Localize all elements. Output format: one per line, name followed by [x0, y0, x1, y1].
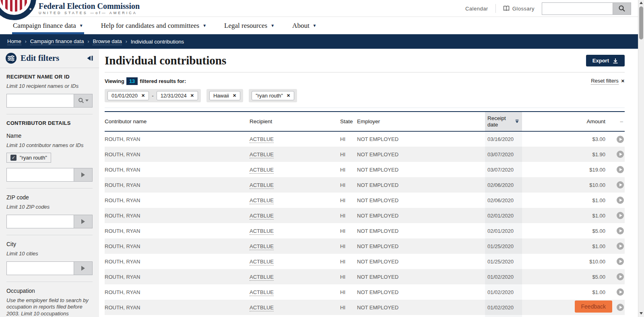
row-expand-button[interactable]	[617, 136, 624, 143]
nav-help-candidates-committees[interactable]: Help for candidates and committees▼	[101, 17, 206, 34]
row-expand-button[interactable]	[617, 212, 624, 219]
date-range-tag-group: 01/01/2020 ✕ - 12/31/2024 ✕	[105, 89, 201, 102]
col-header-employer[interactable]: Employer	[357, 112, 485, 131]
row-expand-icon	[619, 183, 622, 186]
reset-filters-link[interactable]: Reset filters ✕	[591, 78, 625, 85]
contributor-name-filter-value: "ryan routh"	[20, 155, 47, 161]
breadcrumb-separator: ›	[25, 39, 27, 44]
recipient-link[interactable]: ACTBLUE	[250, 182, 274, 189]
breadcrumb-campaign-finance-data[interactable]: Campaign finance data	[30, 38, 84, 45]
amount-cell: $1.00	[522, 238, 609, 254]
row-expand-icon	[619, 229, 622, 232]
page-scrollbar[interactable]	[638, 0, 644, 317]
row-expand-button[interactable]	[617, 288, 624, 296]
row-expand-button[interactable]	[617, 273, 624, 280]
breadcrumb-current: Individual contributions	[131, 39, 184, 45]
row-expand-button[interactable]	[617, 151, 624, 158]
contributor-name-cell: ROUTH, RYAN	[105, 162, 250, 177]
row-expand-button[interactable]	[617, 181, 624, 189]
remove-state-button[interactable]: ✕	[233, 93, 236, 98]
nav-legal-resources[interactable]: Legal resources▼	[224, 17, 275, 34]
remove-keyword-button[interactable]: ✕	[287, 93, 290, 98]
recipient-link[interactable]: ACTBLUE	[250, 243, 274, 250]
site-search-input[interactable]	[542, 2, 613, 15]
row-expand-button[interactable]	[617, 227, 624, 234]
date-from-value: 01/01/2020	[111, 93, 138, 99]
recipient-link[interactable]: ACTBLUE	[250, 228, 274, 235]
main-content: Individual contributions Export Viewing …	[99, 49, 644, 317]
seal-star: ★	[29, 7, 32, 11]
employer-cell: NOT EMPLOYED	[357, 238, 485, 254]
export-button[interactable]: Export	[586, 55, 625, 66]
table-row: ROUTH, RYAN ACTBLUE HI NOT EMPLOYED 02/0…	[105, 208, 625, 223]
col-header-state[interactable]: State	[340, 112, 357, 131]
glossary-link[interactable]: Glossary	[503, 6, 535, 12]
contributor-name-cell: ROUTH, RYAN	[105, 193, 250, 208]
nav-about[interactable]: About▼	[292, 17, 316, 34]
scrollbar-down-icon[interactable]	[640, 312, 643, 315]
zip-input[interactable]	[6, 215, 74, 228]
contributor-name-submit-button[interactable]	[74, 168, 93, 182]
row-expand-button[interactable]	[617, 258, 624, 265]
results-summary: Viewing 13 filtered results for:	[105, 77, 186, 85]
recipient-link[interactable]: ACTBLUE	[250, 259, 274, 265]
recipient-link[interactable]: ACTBLUE	[250, 151, 274, 158]
breadcrumb-home[interactable]: Home	[7, 38, 21, 45]
col-header-contributor[interactable]: Contributor name	[105, 112, 250, 131]
scrollbar-up-icon[interactable]	[640, 2, 643, 4]
export-download-icon	[613, 58, 618, 64]
city-help: Limit 10 cities	[6, 251, 93, 257]
collapse-filters-button[interactable]	[87, 55, 93, 61]
breadcrumb: Home › Campaign finance data › Browse da…	[0, 34, 644, 49]
row-expand-button[interactable]	[617, 242, 624, 250]
feedback-button[interactable]: Feedback	[575, 300, 612, 313]
recipient-link[interactable]: ACTBLUE	[250, 136, 274, 143]
recipient-link[interactable]: ACTBLUE	[250, 274, 274, 281]
caret-down-icon: ▼	[313, 23, 317, 28]
contributor-name-filter-checkbox[interactable]: ✓ "ryan routh"	[6, 153, 51, 163]
contributor-name-input[interactable]	[6, 168, 74, 182]
nav-campaign-finance-data[interactable]: Campaign finance data▼	[13, 17, 83, 34]
remove-date-from-button[interactable]: ✕	[141, 93, 145, 98]
city-input[interactable]	[6, 261, 74, 275]
filters-sidebar: Edit filters RECIPIENT NAME OR ID Limit …	[0, 49, 99, 317]
zip-submit-button[interactable]	[74, 215, 93, 228]
row-expand-button[interactable]	[617, 304, 624, 311]
add-arrow-icon	[81, 266, 85, 271]
receipt-date-cell: 02/01/2020	[485, 208, 522, 223]
employer-cell: NOT EMPLOYED	[357, 177, 485, 193]
recipient-search-button[interactable]	[74, 94, 93, 108]
recipient-link[interactable]: ACTBLUE	[250, 167, 274, 174]
row-expand-button[interactable]	[617, 166, 624, 173]
amount-cell	[522, 315, 609, 317]
recipient-name-input[interactable]	[6, 94, 74, 108]
recipient-link[interactable]: ACTBLUE	[250, 197, 274, 204]
search-icon	[618, 5, 625, 12]
recipient-link[interactable]: ACTBLUE	[250, 305, 274, 311]
title-divider	[105, 72, 625, 73]
table-row: ROUTH, RYAN ACTBLUE HI NOT EMPLOYED 01/0…	[105, 315, 625, 317]
col-header-receipt-date[interactable]: Receipt date	[485, 112, 522, 131]
city-submit-button[interactable]	[74, 261, 93, 275]
contributions-table-body: ROUTH, RYAN ACTBLUE HI NOT EMPLOYED 03/1…	[105, 131, 625, 317]
scrollbar-thumb[interactable]	[639, 6, 643, 39]
receipt-date-cell: 01/02/2020	[485, 284, 522, 300]
calendar-link[interactable]: Calendar	[465, 6, 488, 12]
filters-panel-title: Edit filters	[21, 53, 83, 63]
col-header-amount[interactable]: Amount	[522, 112, 609, 131]
remove-date-to-button[interactable]: ✕	[190, 93, 194, 98]
agency-title: Federal Election Commission	[39, 2, 140, 10]
employer-cell: NOT EMPLOYED	[357, 162, 485, 177]
breadcrumb-browse-data[interactable]: Browse data	[93, 38, 122, 45]
contributor-name-cell: ROUTH, RYAN	[105, 315, 250, 317]
recipient-link[interactable]: ACTBLUE	[250, 289, 274, 296]
receipt-date-cell: 02/01/2020	[485, 223, 522, 238]
city-label: City	[6, 241, 93, 247]
recipient-link[interactable]: ACTBLUE	[250, 213, 274, 220]
row-expand-icon	[619, 153, 622, 156]
row-expand-button[interactable]	[617, 197, 624, 204]
col-header-recipient[interactable]: Recipient	[250, 112, 340, 131]
table-row: ROUTH, RYAN ACTBLUE HI NOT EMPLOYED 02/0…	[105, 193, 625, 208]
site-search-button[interactable]	[613, 2, 631, 15]
table-row: ROUTH, RYAN ACTBLUE HI NOT EMPLOYED 01/0…	[105, 269, 625, 284]
